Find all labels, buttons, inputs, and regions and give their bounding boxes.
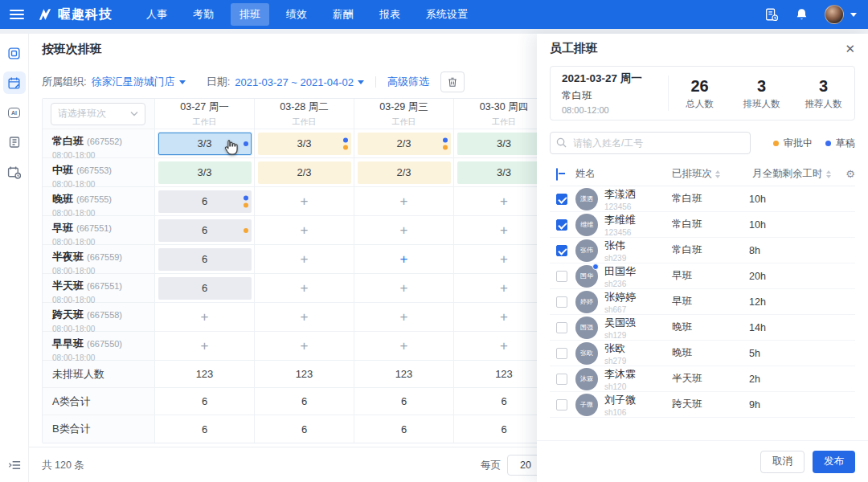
- rail-app-icon[interactable]: [3, 42, 26, 64]
- column-day-type: 工作日: [392, 116, 416, 128]
- nav-item[interactable]: 人事: [137, 3, 176, 26]
- employee-row: 子微刘子微sh106跨天班9h: [550, 392, 855, 418]
- org-filter-dropdown[interactable]: 徐家汇星游城门店: [92, 75, 186, 89]
- schedule-cell[interactable]: +: [354, 187, 454, 215]
- shift-name: 中班: [52, 164, 73, 176]
- select-all-checkbox[interactable]: [556, 168, 558, 181]
- shift-row: 中班(667553)08:00-18:003/32/32/33/3: [43, 158, 553, 187]
- avatar: 国华: [575, 265, 598, 288]
- rail-calendar-clock-icon[interactable]: [3, 161, 26, 183]
- nav-item[interactable]: 薪酬: [324, 3, 362, 26]
- row-checkbox[interactable]: [556, 374, 567, 385]
- column-date: 03-29 周三: [379, 100, 428, 114]
- rail-notebook-icon[interactable]: [3, 131, 26, 153]
- schedule-cell[interactable]: +: [354, 332, 454, 360]
- employee-hours: 9h: [749, 399, 855, 411]
- schedule-cell[interactable]: +: [354, 216, 454, 244]
- publish-button[interactable]: 发布: [813, 451, 855, 473]
- notification-bell-icon[interactable]: [795, 7, 809, 22]
- employee-name-block: 李维维123456: [604, 213, 672, 237]
- clear-filter-button[interactable]: [440, 71, 465, 92]
- employee-row: 张欧张欧sh279晚班5h: [550, 341, 855, 366]
- cancel-button[interactable]: 取消: [760, 451, 805, 473]
- summary-cell: 6: [255, 388, 354, 415]
- shift-row: 早早班(667550)08:00-18:00++++: [43, 332, 553, 361]
- schedule-cell[interactable]: 2/3: [255, 158, 354, 186]
- nav-item[interactable]: 绩效: [277, 3, 316, 26]
- employee-search-input[interactable]: [550, 132, 751, 154]
- schedule-cell[interactable]: +: [255, 274, 354, 302]
- schedule-cell[interactable]: 2/3: [354, 158, 454, 186]
- sort-hours-icon[interactable]: [826, 170, 831, 178]
- add-icon: +: [500, 310, 508, 324]
- row-checkbox[interactable]: [556, 399, 567, 411]
- schedule-cell[interactable]: +: [255, 187, 354, 215]
- nav-item[interactable]: 报表: [371, 3, 409, 26]
- row-checkbox[interactable]: [556, 271, 567, 282]
- rail-schedule-icon[interactable]: [3, 71, 26, 94]
- employee-name: 张欧: [604, 341, 672, 356]
- row-checkbox[interactable]: [556, 322, 567, 333]
- shift-name: 常白班: [52, 135, 84, 147]
- add-icon: +: [500, 339, 508, 353]
- approval-doc-icon[interactable]: [764, 7, 779, 22]
- hamburger-menu-icon[interactable]: [10, 10, 24, 19]
- row-checkbox[interactable]: [556, 296, 567, 308]
- schedule-cell[interactable]: 3/3: [255, 129, 354, 157]
- employee-shift: 早班: [672, 269, 749, 283]
- schedule-cell[interactable]: +: [155, 332, 255, 360]
- search-icon: [556, 137, 567, 148]
- nav-item[interactable]: 考勤: [184, 3, 223, 26]
- shift-select[interactable]: 请选择班次: [51, 103, 145, 125]
- gear-icon[interactable]: ⚙: [845, 168, 855, 180]
- avatar: 国强: [575, 317, 598, 339]
- shift-name: 早早班: [52, 337, 84, 349]
- stat-label: 总人数: [669, 98, 731, 110]
- schedule-cell[interactable]: +: [255, 245, 354, 273]
- row-checkbox[interactable]: [556, 245, 567, 256]
- shift-name: 早班: [52, 222, 73, 234]
- summary-label-cell: 未排班人数: [43, 361, 155, 387]
- date-filter-dropdown[interactable]: 2021-03-27 ~ 2021-04-02: [235, 76, 364, 88]
- employee-name-block: 张伟sh239: [604, 239, 672, 263]
- avatar: 沐霖: [575, 368, 598, 390]
- schedule-cell[interactable]: +: [155, 303, 255, 331]
- employee-name: 田国华: [604, 264, 672, 279]
- close-icon[interactable]: ✕: [845, 43, 855, 55]
- shift-title-line: 半夜班(667559): [52, 249, 154, 264]
- status-dots: [443, 137, 448, 149]
- summary-cell: 6: [354, 415, 454, 443]
- schedule-cell[interactable]: 3/3: [155, 129, 255, 157]
- schedule-cell[interactable]: +: [354, 274, 454, 302]
- schedule-cell[interactable]: 3/3: [155, 158, 255, 186]
- sort-shift-icon[interactable]: [715, 170, 720, 178]
- schedule-cell[interactable]: +: [255, 303, 354, 331]
- shift-label-cell: 晚班(667555)08:00-18:00: [43, 187, 155, 215]
- schedule-cell[interactable]: +: [255, 332, 354, 360]
- advanced-filter-link[interactable]: 高级筛选: [387, 75, 429, 89]
- schedule-cell[interactable]: +: [255, 216, 354, 244]
- user-avatar[interactable]: [825, 5, 857, 24]
- schedule-cell[interactable]: 6: [155, 187, 255, 215]
- employee-name: 李沐霖: [604, 367, 672, 382]
- nav-item[interactable]: 系统设置: [417, 3, 477, 26]
- rail-collapse-icon[interactable]: [0, 460, 29, 471]
- row-checkbox[interactable]: [556, 194, 567, 205]
- shift-code: (667558): [87, 310, 122, 320]
- add-icon: +: [301, 194, 309, 208]
- row-checkbox[interactable]: [556, 219, 567, 231]
- employee-name-block: 张婷婷sh667: [604, 290, 672, 314]
- schedule-cell[interactable]: 6: [155, 274, 255, 302]
- schedule-cell[interactable]: 6: [155, 245, 255, 273]
- employee-id: sh239: [604, 254, 672, 263]
- nav-item[interactable]: 排班: [231, 3, 269, 26]
- schedule-cell[interactable]: 6: [155, 216, 255, 244]
- shift-label-cell: 早早班(667550)08:00-18:00: [43, 332, 155, 360]
- shift-code: (667551): [76, 223, 112, 233]
- schedule-cell[interactable]: 2/3: [354, 129, 454, 157]
- blue-status-dot: [244, 195, 248, 200]
- schedule-cell[interactable]: +: [354, 303, 454, 331]
- row-checkbox[interactable]: [556, 348, 567, 359]
- schedule-cell[interactable]: +: [354, 245, 454, 273]
- rail-ai-icon[interactable]: AI: [3, 101, 26, 124]
